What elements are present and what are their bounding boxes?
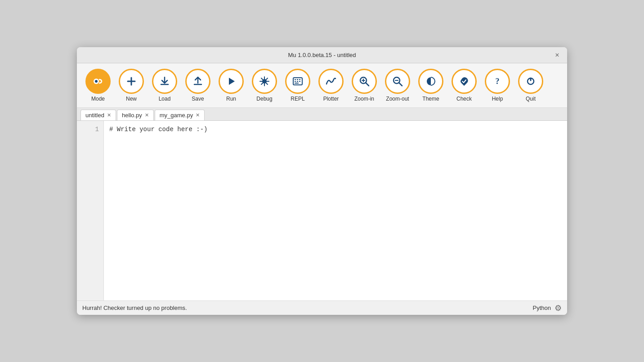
quit-button[interactable]: Quit (515, 67, 546, 104)
load-button[interactable]: Load (149, 67, 180, 104)
svg-rect-19 (297, 81, 298, 82)
tab-untitled[interactable]: untitled ✕ (80, 110, 116, 120)
new-label: New (126, 96, 137, 102)
debug-icon (252, 69, 277, 94)
theme-button[interactable]: Theme (415, 67, 447, 104)
plotter-button[interactable]: Plotter (315, 67, 347, 104)
window-title: Mu 1.0.0.beta.15 - untitled (91, 52, 553, 58)
tab-my-game-py[interactable]: my_game.py ✕ (155, 110, 205, 120)
svg-line-23 (366, 83, 369, 86)
quit-icon (518, 69, 543, 94)
load-label: Load (159, 96, 171, 102)
help-svg: ? (491, 75, 504, 88)
repl-button[interactable]: REPL (282, 67, 313, 104)
line-numbers: 1 (77, 121, 104, 300)
plotter-icon (318, 69, 344, 94)
debug-svg (258, 75, 271, 88)
svg-line-27 (399, 83, 402, 86)
svg-rect-15 (295, 79, 296, 80)
load-svg (158, 75, 171, 88)
save-icon (185, 69, 210, 94)
help-button[interactable]: ? Help (482, 67, 513, 104)
svg-point-1 (95, 80, 98, 83)
status-language: Python (533, 305, 551, 311)
editor-area: 1 # Write your code here :-) (77, 121, 567, 300)
run-label: Run (226, 96, 236, 102)
line-number-1: 1 (95, 124, 99, 134)
new-svg (125, 75, 138, 88)
check-label: Check (456, 96, 472, 102)
save-svg (192, 75, 204, 88)
new-button[interactable]: New (116, 67, 147, 104)
svg-line-10 (261, 78, 263, 80)
svg-rect-20 (299, 81, 300, 82)
tab-hello-py-close[interactable]: ✕ (145, 113, 149, 118)
zoom-out-label: Zoom-out (386, 96, 409, 102)
repl-label: REPL (291, 96, 304, 102)
tab-hello-py-label: hello.py (122, 112, 142, 119)
zoom-out-button[interactable]: Zoom-out (382, 67, 413, 104)
repl-svg (291, 75, 304, 88)
theme-label: Theme (422, 96, 439, 102)
tab-my-game-py-close[interactable]: ✕ (196, 113, 200, 118)
tab-untitled-label: untitled (85, 112, 104, 119)
tab-untitled-close[interactable]: ✕ (107, 113, 111, 118)
svg-marker-4 (229, 78, 235, 85)
svg-rect-17 (299, 79, 300, 80)
zoom-in-svg (358, 75, 371, 88)
quit-label: Quit (526, 96, 536, 102)
svg-line-11 (266, 83, 268, 85)
code-line-1: # Write your code here :-) (109, 126, 207, 133)
code-editor[interactable]: # Write your code here :-) (104, 121, 567, 300)
svg-rect-21 (295, 83, 299, 84)
tab-my-game-py-label: my_game.py (160, 112, 193, 119)
check-icon (452, 69, 477, 94)
zoom-in-icon (352, 69, 377, 94)
theme-svg (425, 75, 437, 88)
tabs-bar: untitled ✕ hello.py ✕ my_game.py ✕ (77, 108, 567, 121)
svg-line-13 (261, 83, 263, 85)
zoom-out-icon (385, 69, 410, 94)
help-label: Help (492, 96, 503, 102)
svg-rect-18 (295, 81, 296, 82)
mode-icon (85, 69, 111, 94)
zoom-in-button[interactable]: Zoom-in (349, 67, 380, 104)
svg-text:?: ? (496, 77, 500, 86)
mode-label: Mode (91, 96, 105, 102)
help-icon: ? (485, 69, 510, 94)
debug-button[interactable]: Debug (249, 67, 280, 104)
status-bar: Hurrah! Checker turned up no problems. P… (77, 300, 567, 315)
quit-svg (524, 75, 537, 88)
zoom-in-label: Zoom-in (354, 96, 374, 102)
plotter-svg (325, 75, 337, 88)
svg-rect-16 (297, 79, 298, 80)
new-icon (119, 69, 144, 94)
zoom-out-svg (391, 75, 404, 88)
save-button[interactable]: Save (182, 67, 214, 104)
plotter-label: Plotter (323, 96, 339, 102)
toolbar: Mode New Load (77, 63, 567, 108)
status-right: Python ⚙ (533, 303, 562, 313)
tab-hello-py[interactable]: hello.py ✕ (117, 110, 154, 120)
debug-label: Debug (256, 96, 272, 102)
save-label: Save (192, 96, 204, 102)
settings-icon[interactable]: ⚙ (555, 303, 562, 313)
run-icon (219, 69, 244, 94)
app-window: Mu 1.0.0.beta.15 - untitled × Mode (77, 47, 567, 315)
mode-button[interactable]: Mode (82, 67, 114, 104)
status-message: Hurrah! Checker turned up no problems. (82, 305, 187, 311)
svg-line-12 (266, 78, 268, 80)
run-button[interactable]: Run (215, 67, 247, 104)
close-button[interactable]: × (553, 51, 562, 60)
run-svg (225, 75, 237, 88)
load-icon (152, 69, 177, 94)
theme-icon (418, 69, 443, 94)
title-bar: Mu 1.0.0.beta.15 - untitled × (77, 47, 567, 63)
check-svg (458, 75, 470, 88)
check-button[interactable]: Check (448, 67, 480, 104)
mode-svg (92, 75, 104, 88)
repl-icon (285, 69, 310, 94)
